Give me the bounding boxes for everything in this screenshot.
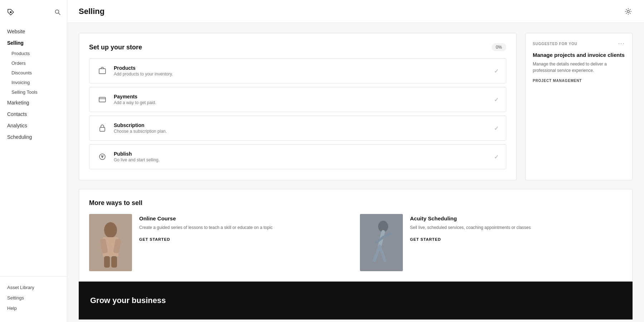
sidebar-item-selling[interactable]: Selling <box>0 37 67 49</box>
step-subscription-desc: Choose a subscription plan. <box>114 129 488 134</box>
sidebar-item-scheduling[interactable]: Scheduling <box>0 131 67 143</box>
main-header: Selling <box>67 0 644 23</box>
sidebar-item-contacts[interactable]: Contacts <box>0 108 67 120</box>
step-payments-check: ✓ <box>494 96 499 103</box>
sell-option-online-course: Online Course Create a guided series of … <box>89 214 351 271</box>
more-ways-title: More ways to sell <box>89 199 622 207</box>
step-subscription-content: Subscription Choose a subscription plan. <box>114 122 488 134</box>
sidebar-top <box>0 0 67 23</box>
sidebar-item-marketing[interactable]: Marketing <box>0 97 67 108</box>
svg-rect-7 <box>100 127 105 131</box>
svg-line-2 <box>59 13 60 15</box>
online-course-desc: Create a guided series of lessons to tea… <box>139 224 351 231</box>
sidebar-item-selling-tools[interactable]: Selling Tools <box>0 87 67 97</box>
sidebar-item-orders[interactable]: Orders <box>0 58 67 68</box>
more-options-icon[interactable]: ··· <box>618 40 625 47</box>
svg-rect-5 <box>99 97 106 102</box>
sidebar-item-products[interactable]: Products <box>0 49 67 58</box>
setup-card-header: Set up your store 0% <box>89 43 506 51</box>
step-subscription-title: Subscription <box>114 122 488 128</box>
step-payments-title: Payments <box>114 94 488 99</box>
sell-options-row: Online Course Create a guided series of … <box>89 214 622 271</box>
setup-step-products[interactable]: Products Add products to your inventory.… <box>89 58 506 83</box>
online-course-image <box>89 214 132 271</box>
setup-step-subscription[interactable]: Subscription Choose a subscription plan.… <box>89 116 506 141</box>
more-ways-card: More ways to sell <box>79 189 633 282</box>
step-publish-desc: Go live and start selling. <box>114 157 488 162</box>
sidebar-item-website[interactable]: Website <box>0 26 67 37</box>
sidebar-item-settings[interactable]: Settings <box>7 293 60 303</box>
payment-icon <box>97 94 108 105</box>
step-products-check: ✓ <box>494 68 499 74</box>
lock-icon <box>97 122 108 134</box>
step-products-desc: Add products to your inventory. <box>114 72 488 77</box>
sidebar-item-analytics[interactable]: Analytics <box>0 120 67 131</box>
suggested-desc: Manage the details needed to deliver a p… <box>533 61 625 74</box>
sidebar-nav: Website Selling Products Orders Discount… <box>0 23 67 276</box>
svg-point-0 <box>10 11 12 13</box>
online-course-cta[interactable]: Get Started <box>139 237 170 241</box>
setup-step-publish[interactable]: Publish Go live and start selling. ✓ <box>89 144 506 169</box>
sell-option-acuity: Acuity Scheduling Sell live, scheduled s… <box>360 214 622 271</box>
step-publish-check: ✓ <box>494 153 499 160</box>
sidebar-item-discounts[interactable]: Discounts <box>0 68 67 78</box>
suggested-card: Suggested for you ··· Manage projects an… <box>525 33 633 180</box>
svg-point-11 <box>104 222 117 238</box>
step-products-title: Products <box>114 65 488 71</box>
suggested-label: Suggested for you <box>533 42 577 46</box>
sidebar-item-asset-library[interactable]: Asset Library <box>7 282 60 293</box>
setup-step-payments[interactable]: Payments Add a way to get paid. ✓ <box>89 87 506 112</box>
setup-card: Set up your store 0% Products Add produc… <box>79 33 517 180</box>
setup-card-title: Set up your store <box>89 44 142 51</box>
app-logo[interactable] <box>6 7 16 17</box>
sidebar: Website Selling Products Orders Discount… <box>0 0 67 322</box>
acuity-content: Acuity Scheduling Sell live, scheduled s… <box>410 214 622 242</box>
progress-badge: 0% <box>492 43 506 51</box>
online-course-content: Online Course Create a guided series of … <box>139 214 351 242</box>
main-body: Set up your store 0% Products Add produc… <box>67 23 644 322</box>
suggested-header: Suggested for you ··· <box>533 40 625 47</box>
acuity-title: Acuity Scheduling <box>410 215 622 221</box>
step-payments-content: Payments Add a way to get paid. <box>114 94 488 105</box>
page-title: Selling <box>79 7 104 16</box>
step-publish-content: Publish Go live and start selling. <box>114 151 488 162</box>
suggested-tag: Project Management <box>533 79 625 83</box>
svg-point-9 <box>102 156 103 157</box>
svg-point-3 <box>627 10 629 13</box>
sidebar-item-help[interactable]: Help <box>7 303 60 313</box>
step-payments-desc: Add a way to get paid. <box>114 100 488 105</box>
acuity-image <box>360 214 403 271</box>
svg-rect-15 <box>104 256 110 268</box>
cart-icon <box>97 65 108 77</box>
acuity-cta[interactable]: Get Started <box>410 237 441 241</box>
main-content: Selling Set up your store 0% <box>67 0 644 322</box>
step-products-content: Products Add products to your inventory. <box>114 65 488 77</box>
step-subscription-check: ✓ <box>494 125 499 132</box>
online-course-title: Online Course <box>139 215 351 221</box>
settings-icon[interactable] <box>624 7 633 16</box>
acuity-desc: Sell live, scheduled services, coaching … <box>410 224 622 231</box>
grow-footer: Grow your business <box>79 282 633 319</box>
publish-icon <box>97 151 108 162</box>
cards-row: Set up your store 0% Products Add produc… <box>79 33 633 180</box>
sidebar-item-invoicing[interactable]: Invoicing <box>0 78 67 87</box>
sidebar-bottom: Asset Library Settings Help <box>0 276 67 322</box>
grow-title: Grow your business <box>90 296 166 305</box>
step-publish-title: Publish <box>114 151 488 157</box>
search-icon[interactable] <box>54 9 61 16</box>
svg-rect-4 <box>99 69 106 74</box>
suggested-title: Manage projects and invoice clients <box>533 52 625 58</box>
svg-rect-16 <box>111 256 117 268</box>
